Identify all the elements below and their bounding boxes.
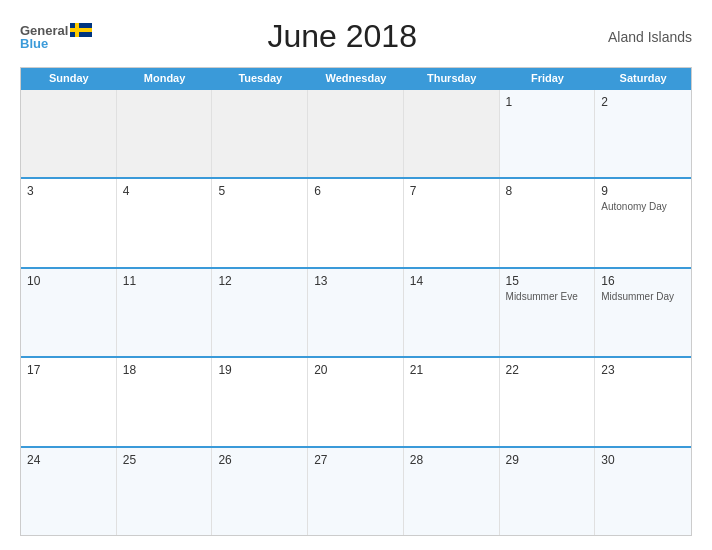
calendar-cell: 19 <box>212 358 308 445</box>
calendar-cell <box>212 90 308 177</box>
calendar-cell: 23 <box>595 358 691 445</box>
day-number: 10 <box>27 274 110 288</box>
day-number: 13 <box>314 274 397 288</box>
calendar-cell: 30 <box>595 448 691 535</box>
calendar-cell: 3 <box>21 179 117 266</box>
calendar-cell: 25 <box>117 448 213 535</box>
logo-blue-text: Blue <box>20 37 48 50</box>
calendar-header: SundayMondayTuesdayWednesdayThursdayFrid… <box>21 68 691 88</box>
calendar-cell: 16Midsummer Day <box>595 269 691 356</box>
svg-rect-1 <box>70 28 92 32</box>
day-number: 17 <box>27 363 110 377</box>
calendar-cell: 21 <box>404 358 500 445</box>
calendar-event: Autonomy Day <box>601 200 685 213</box>
calendar-cell: 18 <box>117 358 213 445</box>
day-header-tuesday: Tuesday <box>212 68 308 88</box>
calendar-cell: 24 <box>21 448 117 535</box>
day-number: 21 <box>410 363 493 377</box>
day-number: 5 <box>218 184 301 198</box>
calendar: SundayMondayTuesdayWednesdayThursdayFrid… <box>20 67 692 536</box>
day-number: 25 <box>123 453 206 467</box>
day-number: 4 <box>123 184 206 198</box>
calendar-week-2: 3456789Autonomy Day <box>21 177 691 266</box>
day-number: 26 <box>218 453 301 467</box>
page-header: General Blue June 2018 Aland Islands <box>20 18 692 55</box>
day-number: 3 <box>27 184 110 198</box>
svg-rect-2 <box>75 23 79 37</box>
calendar-cell: 13 <box>308 269 404 356</box>
day-header-thursday: Thursday <box>404 68 500 88</box>
calendar-cell: 5 <box>212 179 308 266</box>
day-number: 7 <box>410 184 493 198</box>
day-number: 9 <box>601 184 685 198</box>
calendar-cell: 28 <box>404 448 500 535</box>
calendar-cell: 15Midsummer Eve <box>500 269 596 356</box>
day-number: 28 <box>410 453 493 467</box>
calendar-cell: 6 <box>308 179 404 266</box>
calendar-week-4: 17181920212223 <box>21 356 691 445</box>
day-number: 20 <box>314 363 397 377</box>
day-number: 14 <box>410 274 493 288</box>
day-header-wednesday: Wednesday <box>308 68 404 88</box>
day-number: 30 <box>601 453 685 467</box>
calendar-cell <box>404 90 500 177</box>
flag-icon <box>70 23 92 37</box>
calendar-week-1: 12 <box>21 88 691 177</box>
calendar-cell: 1 <box>500 90 596 177</box>
calendar-cell: 14 <box>404 269 500 356</box>
day-number: 6 <box>314 184 397 198</box>
day-number: 22 <box>506 363 589 377</box>
calendar-cell: 2 <box>595 90 691 177</box>
day-number: 18 <box>123 363 206 377</box>
day-number: 2 <box>601 95 685 109</box>
day-header-monday: Monday <box>117 68 213 88</box>
day-number: 1 <box>506 95 589 109</box>
calendar-event: Midsummer Eve <box>506 290 589 303</box>
calendar-cell <box>21 90 117 177</box>
day-number: 8 <box>506 184 589 198</box>
logo-general-text: General <box>20 24 68 37</box>
calendar-cell: 22 <box>500 358 596 445</box>
day-number: 27 <box>314 453 397 467</box>
calendar-cell <box>117 90 213 177</box>
calendar-cell <box>308 90 404 177</box>
calendar-cell: 7 <box>404 179 500 266</box>
day-number: 23 <box>601 363 685 377</box>
calendar-cell: 29 <box>500 448 596 535</box>
calendar-cell: 10 <box>21 269 117 356</box>
day-number: 16 <box>601 274 685 288</box>
day-header-friday: Friday <box>500 68 596 88</box>
calendar-body: 123456789Autonomy Day101112131415Midsumm… <box>21 88 691 535</box>
calendar-cell: 4 <box>117 179 213 266</box>
calendar-week-3: 101112131415Midsummer Eve16Midsummer Day <box>21 267 691 356</box>
logo: General Blue <box>20 23 92 50</box>
day-header-sunday: Sunday <box>21 68 117 88</box>
day-number: 12 <box>218 274 301 288</box>
calendar-cell: 26 <box>212 448 308 535</box>
day-number: 19 <box>218 363 301 377</box>
region-label: Aland Islands <box>592 29 692 45</box>
calendar-page: General Blue June 2018 Aland Islands Sun… <box>0 0 712 550</box>
calendar-cell: 17 <box>21 358 117 445</box>
calendar-cell: 20 <box>308 358 404 445</box>
calendar-cell: 27 <box>308 448 404 535</box>
calendar-cell: 9Autonomy Day <box>595 179 691 266</box>
calendar-cell: 11 <box>117 269 213 356</box>
day-number: 24 <box>27 453 110 467</box>
day-number: 29 <box>506 453 589 467</box>
day-number: 15 <box>506 274 589 288</box>
calendar-cell: 8 <box>500 179 596 266</box>
calendar-week-5: 24252627282930 <box>21 446 691 535</box>
calendar-event: Midsummer Day <box>601 290 685 303</box>
page-title: June 2018 <box>92 18 592 55</box>
calendar-cell: 12 <box>212 269 308 356</box>
day-header-saturday: Saturday <box>595 68 691 88</box>
day-number: 11 <box>123 274 206 288</box>
